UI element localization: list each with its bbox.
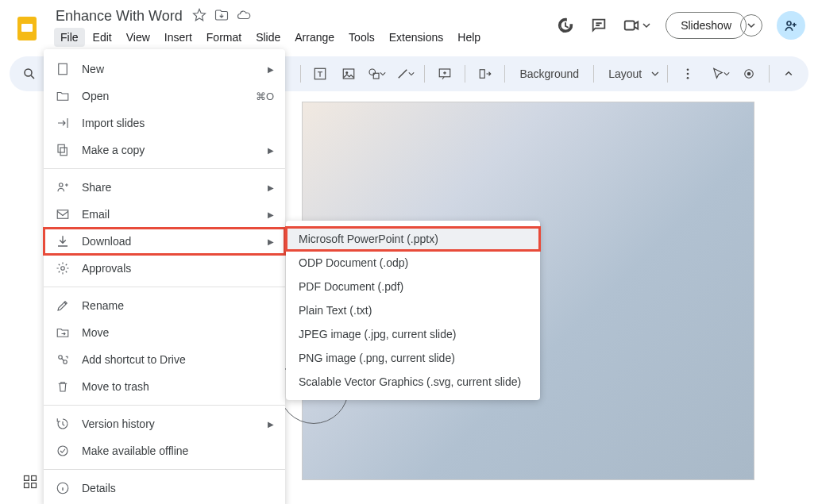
file-menu-new[interactable]: New▶ (44, 56, 285, 83)
image-icon[interactable] (337, 62, 361, 86)
trash-icon (55, 379, 71, 394)
svg-rect-17 (59, 63, 68, 75)
svg-rect-18 (60, 148, 67, 156)
svg-point-4 (25, 69, 32, 76)
svg-point-16 (747, 72, 751, 76)
line-icon[interactable] (393, 62, 417, 86)
document-title[interactable]: Enhance With Word (51, 6, 187, 26)
svg-point-22 (61, 267, 65, 271)
approvals-icon (55, 260, 71, 276)
download-option[interactable]: PNG image (.png, current slide) (286, 346, 540, 370)
grid-view-icon[interactable] (19, 471, 41, 493)
file-menu-move-to-trash[interactable]: Move to trash (44, 373, 285, 400)
svg-rect-21 (57, 210, 68, 219)
slideshow-button[interactable]: Slideshow (666, 12, 747, 39)
file-menu-move[interactable]: Move (44, 319, 285, 346)
email-icon (55, 206, 71, 222)
download-option[interactable]: Microsoft PowerPoint (.pptx) (286, 227, 540, 251)
menu-arrange[interactable]: Arrange (288, 28, 341, 47)
svg-point-20 (60, 183, 64, 187)
menu-insert[interactable]: Insert (158, 28, 199, 47)
menu-format[interactable]: Format (200, 28, 248, 47)
menu-slide[interactable]: Slide (249, 28, 287, 47)
download-option[interactable]: Plain Text (.txt) (286, 298, 540, 322)
download-submenu: Microsoft PowerPoint (.pptx)ODP Document… (286, 221, 540, 400)
shape-icon[interactable] (365, 62, 388, 86)
file-menu-open[interactable]: Open⌘O (44, 83, 285, 110)
share-button[interactable] (777, 11, 805, 40)
submenu-arrow-icon: ▶ (268, 237, 274, 246)
svg-point-14 (686, 77, 689, 79)
menu-edit[interactable]: Edit (87, 28, 118, 47)
move-folder-icon[interactable] (214, 8, 229, 25)
download-option[interactable]: PDF Document (.pdf) (286, 275, 540, 298)
comments-icon[interactable] (589, 16, 608, 35)
menu-item-label: Import slides (82, 117, 145, 129)
cloud-status-icon[interactable] (237, 8, 251, 25)
rename-icon (55, 298, 71, 314)
file-menu-dropdown: New▶Open⌘OImport slidesMake a copy▶Share… (44, 49, 285, 504)
menu-item-label: Share (82, 181, 111, 194)
file-menu-details[interactable]: Details (44, 475, 285, 502)
menu-extensions[interactable]: Extensions (383, 28, 450, 47)
menu-divider (44, 405, 285, 406)
svg-rect-30 (32, 483, 37, 488)
chevron-down-icon (651, 70, 659, 78)
svg-rect-11 (480, 70, 484, 79)
file-menu-approvals[interactable]: Approvals (44, 255, 285, 282)
menu-item-label: New (82, 63, 104, 75)
file-menu-download[interactable]: Download▶ (44, 228, 285, 255)
slides-app-logo[interactable] (13, 14, 41, 43)
menu-divider (44, 469, 285, 470)
menu-item-label: Download (82, 235, 131, 248)
slideshow-dropdown-button[interactable] (740, 14, 762, 37)
submenu-arrow-icon: ▶ (268, 420, 274, 429)
menu-help[interactable]: Help (451, 28, 487, 47)
transition-icon[interactable] (473, 62, 497, 86)
file-menu-add-shortcut-to-drive[interactable]: Add shortcut to Drive (44, 346, 285, 373)
file-menu-import-slides[interactable]: Import slides (44, 110, 285, 137)
menu-item-label: Approvals (82, 262, 131, 275)
search-icon[interactable] (17, 62, 41, 86)
file-menu-rename[interactable]: Rename (44, 292, 285, 319)
svg-rect-1 (21, 24, 33, 32)
collapse-icon[interactable] (777, 62, 801, 86)
activity-icon[interactable] (556, 16, 575, 35)
pointer-icon[interactable] (709, 62, 733, 86)
file-menu-make-a-copy[interactable]: Make a copy▶ (44, 137, 285, 164)
menu-item-label: Open (82, 90, 109, 102)
menu-bar: FileEditViewInsertFormatSlideArrangeTool… (51, 28, 487, 47)
file-menu-email[interactable]: Email▶ (44, 201, 285, 228)
svg-rect-6 (343, 69, 354, 79)
menu-view[interactable]: View (120, 28, 156, 47)
textbox-icon[interactable] (308, 62, 332, 86)
download-option[interactable]: JPEG image (.jpg, current slide) (286, 322, 540, 346)
menu-item-label: Add shortcut to Drive (82, 353, 186, 366)
menu-item-label: Rename (82, 299, 124, 312)
background-button[interactable]: Background (513, 67, 585, 80)
menu-item-label: Email (82, 208, 110, 221)
menu-file[interactable]: File (54, 28, 85, 47)
submenu-arrow-icon: ▶ (268, 146, 274, 155)
menu-tools[interactable]: Tools (342, 28, 381, 47)
file-menu-version-history[interactable]: Version history▶ (44, 410, 285, 437)
download-option[interactable]: Scalable Vector Graphics (.svg, current … (286, 370, 540, 394)
record-icon[interactable] (737, 62, 761, 86)
svg-rect-19 (58, 144, 64, 152)
file-menu-share[interactable]: Share▶ (44, 174, 285, 201)
svg-rect-27 (25, 476, 29, 481)
svg-point-25 (58, 446, 68, 456)
star-icon[interactable] (192, 8, 206, 25)
menu-item-label: Make a copy (82, 144, 145, 156)
more-icon[interactable] (676, 62, 700, 86)
menu-item-label: Move to trash (82, 380, 149, 393)
file-menu-make-available-offline[interactable]: Make available offline (44, 437, 285, 464)
layout-button[interactable]: Layout (602, 67, 648, 80)
download-option[interactable]: ODP Document (.odp) (286, 251, 540, 275)
keyboard-shortcut: ⌘O (256, 90, 274, 102)
menu-item-label: Make available offline (82, 444, 188, 457)
comment-icon[interactable] (433, 62, 457, 86)
menu-item-label: Details (82, 482, 116, 494)
doc-icon (55, 61, 71, 77)
meet-button[interactable] (623, 17, 651, 34)
